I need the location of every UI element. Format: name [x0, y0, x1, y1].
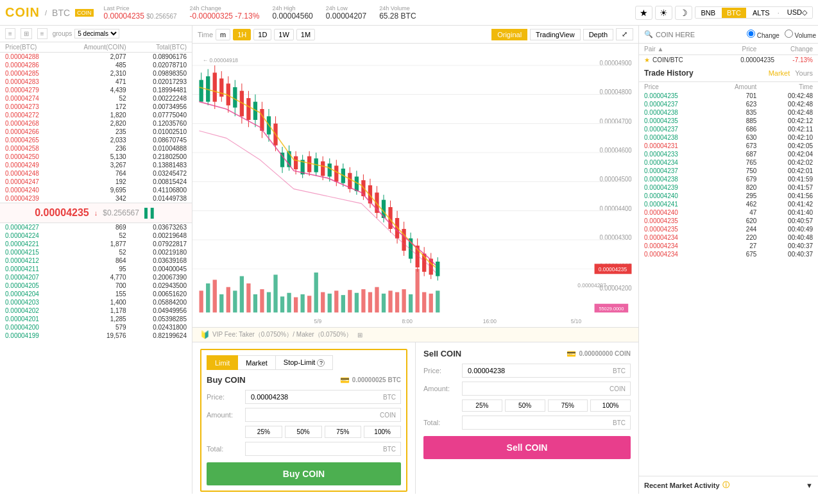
- bnb-tab[interactable]: BNB: [695, 8, 720, 18]
- th-amount: 750: [701, 167, 757, 174]
- sell-total-row: Total: BTC: [423, 416, 631, 430]
- ob-view-icon-2[interactable]: ⊞: [21, 28, 32, 39]
- sell-form: Sell COIN 💳 0.00000000 COIN Price: BTC: [416, 342, 638, 494]
- sell-amount-row: Amount: COIN: [423, 382, 631, 396]
- change-radio-label[interactable]: Change: [747, 29, 780, 39]
- th-yours-tab[interactable]: Yours: [795, 69, 813, 77]
- interval-1w[interactable]: 1W: [274, 29, 294, 40]
- buy-total-unit: BTC: [383, 446, 396, 453]
- buy-total: 0.00219180: [126, 249, 187, 256]
- th-time: 00:40:49: [756, 226, 813, 233]
- buy-total: 0.20067390: [126, 274, 187, 281]
- pair-list-header: Pair ▲ Price Change: [639, 44, 818, 55]
- sell-75pct[interactable]: 75%: [548, 399, 588, 412]
- buy-submit-btn[interactable]: Buy COIN: [207, 462, 401, 485]
- ob-view-icon-1[interactable]: ≡: [5, 28, 15, 39]
- interval-1h[interactable]: 1H: [233, 29, 251, 40]
- th-time: 00:42:05: [756, 142, 813, 149]
- th-time: 00:41:56: [756, 192, 813, 199]
- ob-view-icon-3[interactable]: ≡: [37, 28, 47, 39]
- high-value: 0.00004560: [272, 12, 312, 21]
- svg-rect-99: [240, 276, 244, 313]
- trade-history-tabs: Market Yours: [769, 69, 813, 77]
- chart-toolbar: Time m 1H 1D 1W 1M Original TradingView …: [192, 26, 638, 44]
- th-price: 0.00004234: [644, 251, 701, 258]
- buy-amount-input[interactable]: [245, 408, 401, 422]
- star-btn[interactable]: ★: [635, 6, 652, 20]
- sell-25pct[interactable]: 25%: [462, 399, 502, 412]
- svg-rect-103: [267, 292, 271, 313]
- interval-m[interactable]: m: [216, 29, 230, 40]
- usd-tab[interactable]: USD◇: [782, 7, 812, 18]
- volume-radio-label[interactable]: Volume: [785, 29, 816, 39]
- change-block: 24h Change -0.00000325 -7.13%: [190, 5, 260, 21]
- buy-price-input[interactable]: [245, 390, 401, 404]
- trade-history-row: 0.0000423883500:42:48: [639, 108, 818, 117]
- sell-price: 0.00004279: [5, 87, 65, 94]
- buy-75pct[interactable]: 75%: [325, 426, 362, 438]
- sell-price-input[interactable]: [462, 364, 631, 378]
- sell-50pct[interactable]: 50%: [505, 399, 545, 412]
- sell-total: 0.12035760: [126, 120, 187, 127]
- search-icon: 🔍: [644, 30, 653, 38]
- th-time: 00:41:57: [756, 184, 813, 191]
- sell-price: 0.00004286: [5, 62, 65, 69]
- svg-text:0.00004235: 0.00004235: [599, 265, 627, 272]
- view-depth[interactable]: Depth: [583, 29, 613, 40]
- view-tradingview[interactable]: TradingView: [530, 29, 581, 40]
- help-icon[interactable]: ?: [317, 359, 325, 367]
- th-market-tab[interactable]: Market: [769, 69, 790, 77]
- sun-btn[interactable]: ☀: [655, 6, 672, 20]
- buy-total: 0.03639168: [126, 257, 187, 264]
- change-radio[interactable]: [747, 29, 755, 38]
- sell-order-row: 0.000042834710.02017293: [0, 78, 192, 86]
- buy-total: 0.05398285: [126, 315, 187, 323]
- trade-history-list: 0.0000423570100:42:480.0000423762300:42:…: [639, 92, 818, 476]
- rma-collapse-btn[interactable]: ▼: [806, 482, 813, 489]
- low-block: 24h Low 0.00004207: [326, 5, 366, 21]
- alts-tab[interactable]: ALTS: [747, 8, 775, 18]
- buy-price: 0.00004221: [5, 240, 65, 248]
- th-time: 00:40:48: [756, 234, 813, 241]
- pair-row[interactable]: ★ COIN/BTC 0.00004235 -7.13%: [639, 55, 818, 65]
- buy-amount: 52: [65, 232, 126, 239]
- buy-total: 0.00219648: [126, 232, 187, 239]
- buy-order-row: 0.000042278690.03673263: [0, 223, 192, 231]
- interval-1d[interactable]: 1D: [253, 29, 271, 40]
- buy-50pct[interactable]: 50%: [285, 426, 322, 438]
- moon-btn[interactable]: ☽: [675, 6, 692, 20]
- buy-total: 0.82199624: [126, 332, 187, 339]
- buy-amount: 700: [65, 282, 126, 289]
- buy-100pct[interactable]: 100%: [364, 426, 401, 438]
- trade-history-cols: Price Amount Time: [639, 82, 818, 92]
- sell-total: 0.07775040: [126, 112, 187, 119]
- sell-100pct[interactable]: 100%: [590, 399, 631, 412]
- volume-radio[interactable]: [785, 29, 793, 38]
- fee-calc-icon[interactable]: ⊞: [357, 332, 362, 339]
- svg-rect-96: [219, 294, 223, 312]
- tab-stop-limit[interactable]: Stop-Limit ?: [275, 355, 334, 370]
- interval-1m[interactable]: 1M: [296, 29, 315, 40]
- th-time: 00:41:59: [756, 176, 813, 183]
- btc-tab[interactable]: BTC: [722, 8, 746, 18]
- tab-market[interactable]: Market: [238, 355, 275, 370]
- sell-submit-btn[interactable]: Sell COIN: [423, 436, 631, 459]
- rma-help-icon[interactable]: ⓘ: [722, 480, 729, 490]
- decimals-select[interactable]: 5 decimals: [74, 29, 119, 38]
- svg-rect-97: [226, 287, 230, 313]
- search-bar: 🔍 Change Volume: [639, 26, 818, 44]
- svg-rect-93: [200, 290, 203, 312]
- tab-limit[interactable]: Limit: [207, 355, 238, 370]
- expand-btn[interactable]: ⤢: [616, 28, 633, 40]
- buy-total-input[interactable]: [245, 442, 401, 456]
- sell-total-input[interactable]: [462, 416, 631, 430]
- pair-star[interactable]: ★: [644, 56, 650, 63]
- last-price-block: Last Price 0.00004235 $0.256567: [104, 5, 177, 21]
- svg-rect-122: [395, 292, 399, 313]
- sell-price: 0.00004249: [5, 162, 65, 169]
- buy-25pct[interactable]: 25%: [245, 426, 282, 438]
- right-panel: 🔍 Change Volume Pair ▲ Price Change ★ CO…: [638, 26, 818, 494]
- view-original[interactable]: Original: [491, 29, 527, 40]
- sell-amount-input[interactable]: [462, 382, 631, 396]
- search-input[interactable]: [656, 31, 744, 38]
